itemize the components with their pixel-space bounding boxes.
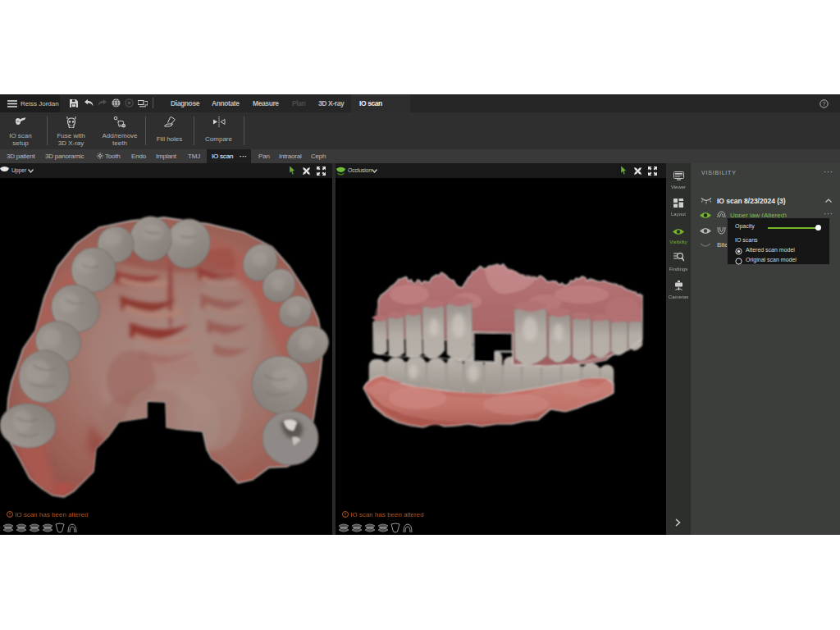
svg-text:?: ? [823, 101, 826, 107]
